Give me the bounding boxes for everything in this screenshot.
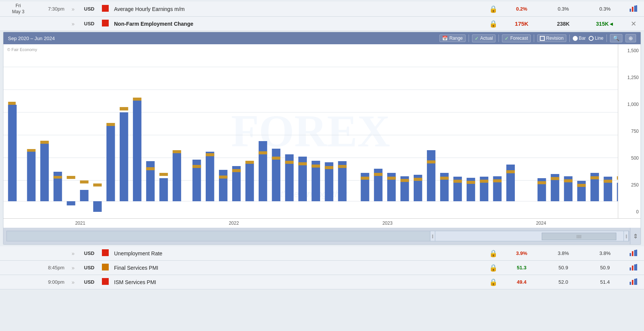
scrollbar-left-handle[interactable]: || [430,231,435,241]
scrollbar-track[interactable]: || || |||| [6,231,629,241]
event-row-1: Fri May 3 7:30pm » USD Average Hourly Ea… [0,2,644,17]
y-label-1500: 1,500 [620,48,639,53]
bar-a12 [173,153,181,201]
bar-a15 [219,170,227,201]
bar-last-actual [617,183,618,201]
event-time-4: 8:45pm [33,265,67,270]
bar-f15 [219,176,227,179]
lock-icon-1: 🔒 [486,5,501,13]
event-time-5: 9:00pm [33,279,67,285]
scrollbar-right-handle[interactable]: || [624,231,629,241]
x-axis-y-spacer [618,219,641,228]
bar-f17 [245,161,254,164]
svg-rect-20 [632,280,633,285]
bar-f20 [285,161,294,164]
impact-2 [100,20,111,28]
chart-svg [3,44,618,218]
range-button[interactable]: 📅 Range [439,34,465,42]
bar-f12 [173,150,181,153]
close-icon[interactable]: ✕ [631,20,636,28]
bar-f34 [480,180,488,183]
y-label-1250: 1,250 [620,75,639,80]
bar-a1 [27,152,35,201]
forecast-toggle[interactable]: ✓ Forecast [502,34,531,42]
bar-a30 [427,150,435,201]
revision-toggle[interactable]: Revision [537,34,566,42]
impact-icon-orange-4 [102,264,109,270]
bar-f27 [387,177,395,180]
checkmark-actual: ✓ [475,36,479,41]
checkmark-forecast: ✓ [505,36,509,41]
event-name-2: Non-Farm Employment Change [111,21,486,27]
svg-rect-21 [634,279,636,285]
x-label-2022: 2022 [229,221,239,226]
bar-radio[interactable]: Bar [573,36,586,41]
impact-4 [100,264,111,272]
svg-rect-11 [630,253,631,256]
zoom-button[interactable]: ⊕ [625,34,636,42]
previous-value-1: 0.3% [584,6,626,12]
line-radio[interactable]: Line [589,36,603,41]
svg-rect-22 [636,278,637,285]
lock-icon-4: 🔒 [486,264,501,272]
currency-2: USD [79,21,100,26]
wave-icon-2: » [67,21,79,27]
actual-toggle[interactable]: ✓ Actual [472,34,496,42]
bar-a17 [245,163,254,201]
bar-f29 [414,178,422,181]
chart-scrollbar[interactable]: || || |||| ⇕ [3,228,641,244]
event-time-1: 7:30pm [33,6,67,12]
impact-icon-red-5 [102,278,109,285]
event-name-4: Final Services PMI [111,265,486,271]
svg-rect-15 [630,267,631,270]
scrollbar-expand-btn[interactable]: ⇕ [630,228,641,244]
bar-f25 [361,177,369,180]
bar-a9 [133,101,141,201]
chart-button-5[interactable] [626,278,641,286]
line-radio-circle [589,36,594,41]
bar-f26 [374,173,382,176]
y-label-0: 0 [620,209,639,214]
bar-a2 [40,144,48,201]
svg-rect-16 [632,266,633,270]
bar-f42 [604,180,612,183]
chart-controls: 📅 Range ✓ Actual ✓ Forecast Revision [439,34,636,42]
wave-icon-5: » [67,279,79,285]
impact-icon-red-1 [102,5,109,12]
lock-icon-2: 🔒 [486,20,501,28]
bar-a11 [159,178,168,201]
previous-value-2: 315K◄ [584,21,626,27]
bar-a8 [120,112,128,201]
chart-button-3[interactable] [626,249,641,257]
y-label-500: 500 [620,155,639,161]
chart-close-button-2[interactable]: ✕ [626,20,641,28]
bar-f22 [311,165,320,168]
mini-thumb[interactable]: |||| [542,233,616,240]
y-label-750: 750 [620,129,639,134]
bar-a6 [93,201,102,212]
chart-area: © Fair Economy FOREX let's learn togethe… [3,44,618,218]
bar-a7 [106,126,115,201]
calendar-icon: 📅 [442,36,448,41]
event-name-3: Unemployment Rate [111,250,486,256]
lock-icon-3: 🔒 [486,249,501,258]
bar-f2 [40,141,48,144]
search-button[interactable]: 🔍 [610,34,622,42]
event-name-1: Average Hourly Earnings m/m [111,6,486,12]
chart-button-4[interactable] [626,264,641,272]
bar-sep2020 [8,105,16,201]
currency-1: USD [79,6,100,12]
actual-value-2: 175K [501,20,542,27]
bar-last-forecast [617,176,618,180]
bar-a4 [67,201,75,205]
mini-thumb-grip: |||| [577,235,581,238]
impact-5 [100,278,111,286]
svg-rect-12 [632,251,633,256]
ctrl-separator-2 [499,34,499,42]
impact-icon-red-2 [102,20,109,26]
x-label-2024: 2024 [536,221,546,226]
chart-button-1[interactable] [626,5,641,13]
bar-f13 [192,165,201,168]
actual-value-3: 3.9% [501,250,542,256]
previous-value-4: 50.9 [584,265,626,270]
